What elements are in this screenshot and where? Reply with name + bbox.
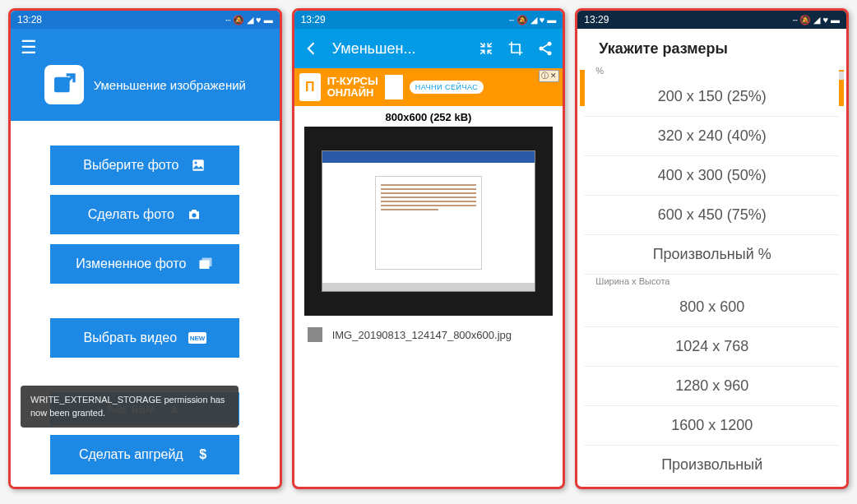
file-row[interactable]: IMG_20190813_124147_800x600.jpg <box>294 316 563 354</box>
svg-rect-0 <box>54 77 70 93</box>
background-peek <box>580 70 585 106</box>
dollar-icon: $ <box>195 446 211 463</box>
ad-logo-icon: П <box>299 73 321 101</box>
size-option-custom[interactable]: Произвольный <box>584 446 840 485</box>
ad-banner[interactable]: П IT-КУРСЫ ОНЛАЙН НАЧНИ СЕЙЧАС ⓘ ✕ <box>294 68 563 106</box>
svg-rect-5 <box>202 258 212 267</box>
image-preview[interactable] <box>304 127 554 316</box>
size-option[interactable]: 800 x 600 <box>584 288 840 327</box>
hamburger-icon[interactable]: ☰ <box>21 37 270 58</box>
size-option[interactable]: 200 x 150 (25%) <box>584 77 840 117</box>
section-percent: % <box>584 64 840 77</box>
screenshot-home: 13:28 ··· 🔕 ◢ ♥ ▬ ☰ Уменьшение изображен… <box>8 8 282 489</box>
image-icon <box>190 157 206 173</box>
toolbar: Уменьшен... <box>294 29 563 68</box>
app-header: ☰ Уменьшение изображений <box>11 29 280 121</box>
back-icon[interactable] <box>303 39 321 58</box>
status-bar: 13:28 ··· 🔕 ◢ ♥ ▬ <box>11 11 280 29</box>
status-time: 13:29 <box>584 14 609 25</box>
status-icons: ··· 🔕 ◢ ♥ ▬ <box>508 15 556 25</box>
take-photo-button[interactable]: Сделать фото <box>50 195 239 234</box>
size-dialog: Укажите размеры % 200 x 150 (25%) 320 x … <box>584 29 840 487</box>
size-option[interactable]: 1280 x 960 <box>584 367 840 406</box>
background-peek <box>839 72 844 80</box>
size-option[interactable]: 400 x 300 (50%) <box>584 156 840 196</box>
ad-text: IT-КУРСЫ ОНЛАЙН <box>327 76 378 99</box>
app-logo-icon <box>44 65 84 104</box>
button-label: Сделать фото <box>88 207 174 222</box>
status-time: 13:28 <box>17 14 42 25</box>
crop-icon[interactable] <box>507 39 525 58</box>
logo-row: Уменьшение изображений <box>21 65 270 104</box>
home-body: Выберите фото Сделать фото Измененное фо… <box>11 121 280 487</box>
filename: IMG_20190813_124147_800x600.jpg <box>332 329 512 341</box>
size-option[interactable]: 320 x 240 (40%) <box>584 117 840 156</box>
size-option[interactable]: 1600 x 1200 <box>584 406 840 446</box>
file-image-icon <box>308 327 322 342</box>
gallery-icon <box>197 256 214 272</box>
svg-point-2 <box>195 162 197 164</box>
button-label: Измененное фото <box>76 257 186 271</box>
choose-photo-button[interactable]: Выберите фото <box>50 146 239 185</box>
image-dimensions: 800x600 (252 kB) <box>294 106 563 127</box>
size-option[interactable]: 1024 x 768 <box>584 327 840 367</box>
share-icon[interactable] <box>536 39 554 58</box>
preview-content <box>322 150 535 293</box>
ad-close-icon[interactable]: ⓘ ✕ <box>539 70 560 82</box>
screenshot-preview: 13:29 ··· 🔕 ◢ ♥ ▬ Уменьшен... П IT-КУРСЫ… <box>292 8 566 489</box>
size-option-custom-pct[interactable]: Произвольный % <box>584 235 840 275</box>
ad-graphic-icon <box>385 75 403 99</box>
new-badge-icon: NEW <box>188 332 206 344</box>
permission-toast: WRITE_EXTERNAL_STORAGE permission has no… <box>21 386 239 428</box>
size-option[interactable]: 600 x 450 (75%) <box>584 196 840 235</box>
status-bar: 13:29 ··· 🔕 ◢ ♥ ▬ <box>294 11 563 29</box>
status-time: 13:29 <box>301 14 326 25</box>
button-label: Выбрать видео <box>84 331 177 345</box>
status-bar: 13:29 ··· 🔕 ◢ ♥ ▬ <box>577 11 846 29</box>
app-title: Уменьшение изображений <box>94 78 246 92</box>
camera-icon <box>186 206 202 223</box>
button-label: Сделать апгрейд <box>79 447 183 462</box>
status-icons: ··· 🔕 ◢ ♥ ▬ <box>225 15 273 25</box>
svg-point-3 <box>192 213 196 217</box>
status-icons: ··· 🔕 ◢ ♥ ▬ <box>792 15 840 25</box>
ad-cta-button[interactable]: НАЧНИ СЕЙЧАС <box>410 81 484 94</box>
svg-rect-1 <box>193 160 205 171</box>
screenshot-size-dialog: 13:29 ··· 🔕 ◢ ♥ ▬ Укажите размеры % 200 … <box>575 8 849 489</box>
choose-video-button[interactable]: Выбрать видео NEW <box>50 318 239 358</box>
button-label: Выберите фото <box>83 158 178 173</box>
section-wxh: Ширина x Высота <box>584 275 840 288</box>
section-more: More dimensions <box>584 485 840 487</box>
toolbar-title: Уменьшен... <box>332 40 466 58</box>
resized-photo-button[interactable]: Измененное фото <box>50 244 239 284</box>
collapse-icon[interactable] <box>477 39 495 58</box>
upgrade-button[interactable]: Сделать апгрейд $ <box>50 435 239 474</box>
dialog-title: Укажите размеры <box>584 29 840 64</box>
